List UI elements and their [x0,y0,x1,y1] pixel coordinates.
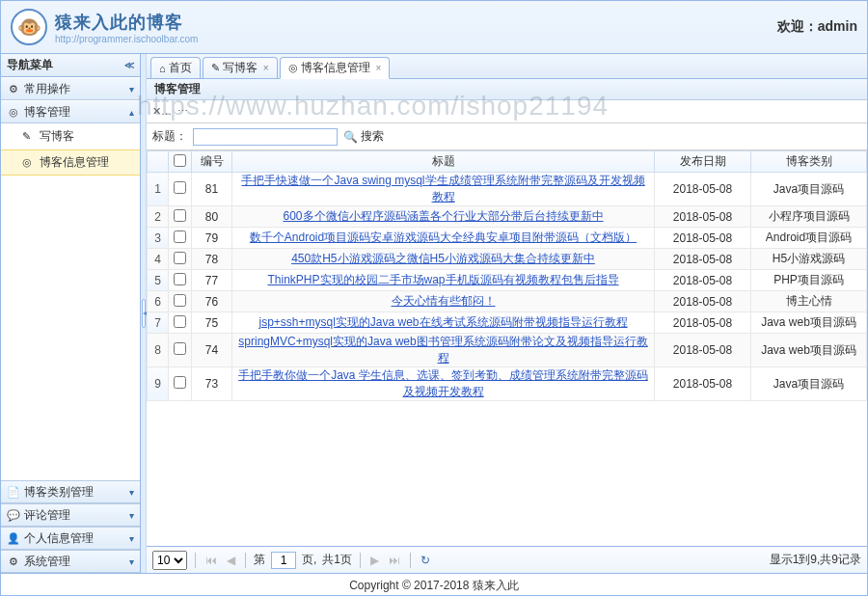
row-id: 81 [192,173,232,206]
search-input[interactable] [193,128,338,146]
chevron-down-icon: ▾ [129,84,134,95]
row-category: Android项目源码 [751,228,867,249]
tab-write[interactable]: ✎ 写博客 × [203,57,278,78]
table-row[interactable]: 973手把手教你做一个Java 学生信息、选课、签到考勤、成绩管理系统附带完整源… [148,367,867,401]
col-title[interactable]: 标题 [232,151,655,173]
row-date: 2018-05-08 [655,228,751,249]
page-suffix: 页, [302,552,316,568]
page-total: 共1页 [322,552,352,568]
col-id[interactable]: 编号 [192,151,232,173]
tab-home[interactable]: ⌂ 首页 [150,57,201,78]
refresh-button[interactable]: ↻ [419,554,432,567]
table-row[interactable]: 676今天心情有些郁闷！2018-05-08博主心情 [148,291,867,312]
row-number: 2 [148,206,169,228]
gear-icon: ⚙ [7,555,20,568]
row-title[interactable]: 手把手教你做一个Java 学生信息、选课、签到考勤、成绩管理系统附带完整源码及视… [232,367,655,401]
row-checkbox[interactable] [169,367,192,401]
row-title[interactable]: ThinkPHP实现的校园二手市场wap手机版源码有视频教程包售后指导 [232,270,655,291]
tree-node-blog-info[interactable]: ◎ 博客信息管理 [1,149,140,176]
row-title[interactable]: jsp+ssh+mysql实现的Java web在线考试系统源码附带视频指导运行… [232,312,655,334]
sidebar-section-blog[interactable]: ◎ 博客管理 ▴ [1,100,140,123]
row-checkbox[interactable] [169,173,192,206]
welcome-text: 欢迎：admin [777,18,857,36]
pager-info: 显示1到9,共9记录 [770,552,861,568]
prev-page-button[interactable]: ◀ [225,554,237,567]
toolbar: ✕… ⋯ [147,100,867,123]
row-checkbox[interactable] [169,206,192,228]
panel-title: 博客管理 [147,79,867,100]
chevron-down-icon: ▾ [129,487,134,498]
tree-node-write[interactable]: ✎ 写博客 [1,123,140,149]
toolbar-btn-2[interactable]: ⋯ [177,105,188,118]
row-title[interactable]: springMVC+mysql实现的Java web图书管理系统源码附带论文及视… [232,334,655,367]
home-icon: ⌂ [159,63,166,74]
pager: 10 ⏮ ◀ 第 页, 共1页 ▶ ⏭ ↻ 显示1到9,共9记录 [147,546,867,573]
row-checkbox[interactable] [169,334,192,367]
page-input[interactable] [271,552,296,569]
table-row[interactable]: 775jsp+ssh+mysql实现的Java web在线考试系统源码附带视频指… [148,312,867,334]
col-category[interactable]: 博客类别 [751,151,867,173]
sidebar-section-category[interactable]: 📄 博客类别管理 ▾ [1,480,140,503]
chevron-down-icon: ▾ [129,533,134,544]
row-number: 4 [148,249,169,270]
table-row[interactable]: 478450款H5小游戏源码之微信H5小游戏源码大集合持续更新中2018-05-… [148,249,867,270]
chevron-down-icon: ▾ [129,556,134,567]
row-title[interactable]: 600多个微信小程序源码涵盖各个行业大部分带后台持续更新中 [232,206,655,228]
table-row[interactable]: 577ThinkPHP实现的校园二手市场wap手机版源码有视频教程包售后指导20… [148,270,867,291]
row-id: 80 [192,206,232,228]
logo-icon: 🐵 [11,9,47,45]
sidebar-section-common[interactable]: ⚙ 常用操作 ▾ [1,77,140,100]
row-title[interactable]: 450款H5小游戏源码之微信H5小游戏源码大集合持续更新中 [232,249,655,270]
table-row[interactable]: 874springMVC+mysql实现的Java web图书管理系统源码附带论… [148,334,867,367]
col-rownum [148,151,169,173]
first-page-button[interactable]: ⏮ [203,554,219,567]
table-row[interactable]: 379数千个Android项目源码安卓游戏源码大全经典安卓项目附带源码（文档版）… [148,228,867,249]
table-row[interactable]: 280600多个微信小程序源码涵盖各个行业大部分带后台持续更新中2018-05-… [148,206,867,228]
col-date[interactable]: 发布日期 [655,151,751,173]
col-checkbox-header[interactable] [169,151,192,173]
user-icon: 👤 [7,531,20,545]
row-date: 2018-05-08 [655,270,751,291]
row-id: 77 [192,270,232,291]
row-id: 78 [192,249,232,270]
logo-block: 🐵 猿来入此的博客 http://programmer.ischoolbar.c… [11,9,198,45]
main-panel: ⌂ 首页 ✎ 写博客 × ◎ 博客信息管理 × 博客管理 https://www… [147,54,867,573]
row-category: Java web项目源码 [751,312,867,334]
sidebar-section-profile[interactable]: 👤 个人信息管理 ▾ [1,527,140,550]
search-label: 标题： [152,128,187,145]
close-icon[interactable]: × [376,63,382,73]
footer: Copyright © 2017-2018 猿来入此 [1,573,867,596]
row-date: 2018-05-08 [655,249,751,270]
toolbar-btn-1[interactable]: ✕… [152,105,172,118]
edit-icon: ✎ [211,62,220,74]
row-date: 2018-05-08 [655,367,751,401]
header: 🐵 猿来入此的博客 http://programmer.ischoolbar.c… [1,1,867,54]
row-checkbox[interactable] [169,228,192,249]
row-id: 74 [192,334,232,367]
tab-blog-info[interactable]: ◎ 博客信息管理 × [280,57,391,79]
sidebar-section-system[interactable]: ⚙ 系统管理 ▾ [1,550,140,573]
circle-icon: ◎ [7,105,20,119]
table-row[interactable]: 181手把手快速做一个Java swing mysql学生成绩管理系统附带完整源… [148,173,867,206]
row-id: 79 [192,228,232,249]
row-title[interactable]: 数千个Android项目源码安卓游戏源码大全经典安卓项目附带源码（文档版） [232,228,655,249]
row-number: 6 [148,291,169,312]
search-button[interactable]: 🔍 搜索 [343,128,384,145]
last-page-button[interactable]: ⏭ [387,554,402,567]
row-checkbox[interactable] [169,312,192,334]
sidebar-section-comment[interactable]: 💬 评论管理 ▾ [1,503,140,527]
row-date: 2018-05-08 [655,173,751,206]
row-title[interactable]: 今天心情有些郁闷！ [232,291,655,312]
close-icon[interactable]: × [263,63,269,73]
page-size-select[interactable]: 10 [152,551,187,570]
row-category: Java项目源码 [751,173,867,206]
row-title[interactable]: 手把手快速做一个Java swing mysql学生成绩管理系统附带完整源码及开… [232,173,655,206]
row-checkbox[interactable] [169,270,192,291]
row-checkbox[interactable] [169,291,192,312]
row-checkbox[interactable] [169,249,192,270]
collapse-icon[interactable]: ≪ [124,60,134,70]
searchbar: 标题： 🔍 搜索 [147,123,867,150]
row-date: 2018-05-08 [655,206,751,228]
next-page-button[interactable]: ▶ [368,554,381,567]
row-id: 75 [192,312,232,334]
